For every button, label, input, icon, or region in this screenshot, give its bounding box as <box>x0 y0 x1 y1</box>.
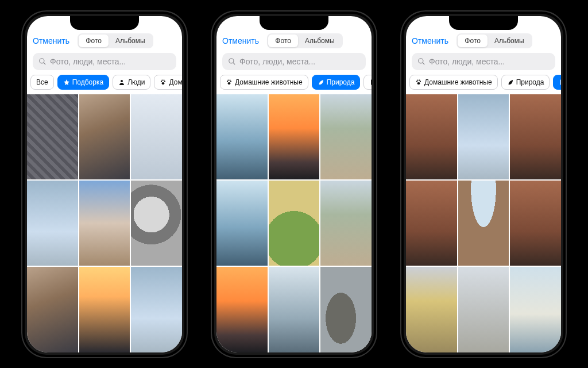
phone-mockup: ОтменитьФотоАльбомыФото, люди, места...Д… <box>400 10 567 358</box>
photo-thumbnail[interactable] <box>510 181 561 266</box>
photo-thumbnail[interactable] <box>510 267 561 352</box>
svg-point-3 <box>161 80 162 82</box>
photo-thumbnail[interactable] <box>406 181 457 266</box>
category-featured[interactable]: Подборка <box>57 75 109 90</box>
svg-rect-15 <box>371 79 372 85</box>
category-pets[interactable]: Домашние животные <box>220 75 308 90</box>
category-pets[interactable]: Домашние животные <box>409 75 498 90</box>
phone-mockup: ОтменитьФотоАльбомыФото, люди, места...В… <box>21 10 188 358</box>
paw-icon <box>226 79 233 86</box>
photo-thumbnail[interactable] <box>27 94 78 179</box>
category-row[interactable]: Домашние животныеПриродаГород <box>216 75 372 94</box>
photo-thumbnail[interactable] <box>510 94 561 179</box>
svg-point-22 <box>419 58 423 63</box>
svg-point-28 <box>417 82 420 85</box>
search-placeholder: Фото, люди, места... <box>239 57 315 66</box>
category-row[interactable]: ВсеПодборкаЛюдиДомашние жив <box>27 75 182 94</box>
category-people[interactable]: Люди <box>113 75 150 90</box>
segment-photos[interactable]: Фото <box>268 34 298 47</box>
search-icon <box>228 57 236 66</box>
person-icon <box>118 79 125 86</box>
svg-point-26 <box>417 79 418 80</box>
photo-thumbnail[interactable] <box>269 181 320 266</box>
category-pets[interactable]: Домашние жив <box>154 75 182 90</box>
photo-thumbnail[interactable] <box>216 181 268 266</box>
photo-thumbnail[interactable] <box>269 94 320 179</box>
segment-photos[interactable]: Фото <box>458 34 488 47</box>
category-nature[interactable]: Природа <box>312 75 361 90</box>
category-row[interactable]: Домашние животныеПриродаГород <box>406 75 561 94</box>
segment-albums[interactable]: Альбомы <box>298 34 342 47</box>
photo-thumbnail[interactable] <box>406 267 457 352</box>
photo-thumbnail[interactable] <box>320 267 372 352</box>
search-icon <box>38 57 47 66</box>
paw-icon <box>160 79 167 86</box>
svg-point-13 <box>229 79 230 80</box>
category-label: Домашние животные <box>424 78 492 86</box>
segmented-control[interactable]: ФотоАльбомы <box>78 33 153 48</box>
leaf-icon <box>318 79 324 86</box>
photo-thumbnail[interactable] <box>79 181 130 266</box>
photo-thumbnail[interactable] <box>216 267 268 352</box>
search-placeholder: Фото, люди, места... <box>429 57 505 66</box>
phone-mockup: ОтменитьФотоАльбомыФото, люди, места...Д… <box>211 10 377 358</box>
screen: ОтменитьФотоАльбомыФото, люди, места...Д… <box>406 16 561 352</box>
category-label: Все <box>36 78 48 86</box>
photo-thumbnail[interactable] <box>27 267 78 352</box>
cancel-button[interactable]: Отменить <box>33 36 69 45</box>
photo-thumbnail[interactable] <box>320 94 372 179</box>
photo-thumbnail[interactable] <box>458 267 509 352</box>
category-label: Домашние жив <box>169 78 182 86</box>
svg-line-1 <box>44 62 46 64</box>
svg-point-0 <box>40 58 44 63</box>
photo-thumbnail[interactable] <box>216 94 268 179</box>
screen: ОтменитьФотоАльбомыФото, люди, места...В… <box>27 16 182 352</box>
svg-point-4 <box>164 80 165 82</box>
svg-point-27 <box>419 79 420 80</box>
category-nature[interactable]: Природа <box>501 75 550 90</box>
segment-albums[interactable]: Альбомы <box>109 34 152 47</box>
search-placeholder: Фото, люди, места... <box>50 57 126 66</box>
building-icon <box>559 79 561 86</box>
segment-photos[interactable]: Фото <box>79 34 109 47</box>
photo-thumbnail[interactable] <box>458 181 509 266</box>
search-input[interactable]: Фото, люди, места... <box>222 53 366 70</box>
cancel-button[interactable]: Отменить <box>222 36 259 45</box>
search-input[interactable]: Фото, люди, места... <box>33 53 176 70</box>
photo-thumbnail[interactable] <box>269 267 320 352</box>
category-label: Люди <box>127 78 145 86</box>
photo-grid[interactable] <box>216 94 372 352</box>
photo-thumbnail[interactable] <box>131 181 182 266</box>
photo-thumbnail[interactable] <box>458 94 509 179</box>
photo-thumbnail[interactable] <box>320 181 372 266</box>
svg-point-12 <box>227 79 229 80</box>
photo-thumbnail[interactable] <box>27 181 78 266</box>
category-label: Природа <box>516 78 544 86</box>
photo-thumbnail[interactable] <box>79 94 130 179</box>
screen: ОтменитьФотоАльбомыФото, люди, места...Д… <box>216 16 372 352</box>
svg-point-11 <box>230 80 231 82</box>
cancel-button[interactable]: Отменить <box>412 36 448 45</box>
category-city[interactable]: Город <box>363 75 372 90</box>
segmented-control[interactable]: ФотоАльбомы <box>267 33 342 48</box>
svg-point-14 <box>228 82 231 85</box>
photo-thumbnail[interactable] <box>406 94 457 179</box>
photo-grid[interactable] <box>27 94 182 352</box>
photo-thumbnail[interactable] <box>131 94 182 179</box>
segmented-control[interactable]: ФотоАльбомы <box>457 33 532 48</box>
search-icon <box>417 57 425 66</box>
search-input[interactable]: Фото, люди, места... <box>412 53 555 70</box>
segment-albums[interactable]: Альбомы <box>488 34 531 47</box>
category-label: Домашние животные <box>235 78 303 86</box>
category-city[interactable]: Город <box>553 75 561 90</box>
leaf-icon <box>507 79 514 86</box>
category-label: Подборка <box>72 78 103 86</box>
svg-point-10 <box>227 80 228 82</box>
svg-point-2 <box>121 80 123 82</box>
svg-line-23 <box>423 62 425 64</box>
photo-thumbnail[interactable] <box>79 267 130 352</box>
svg-point-5 <box>162 79 163 80</box>
photo-thumbnail[interactable] <box>131 267 182 352</box>
category-all[interactable]: Все <box>30 75 54 90</box>
photo-grid[interactable] <box>406 94 561 352</box>
